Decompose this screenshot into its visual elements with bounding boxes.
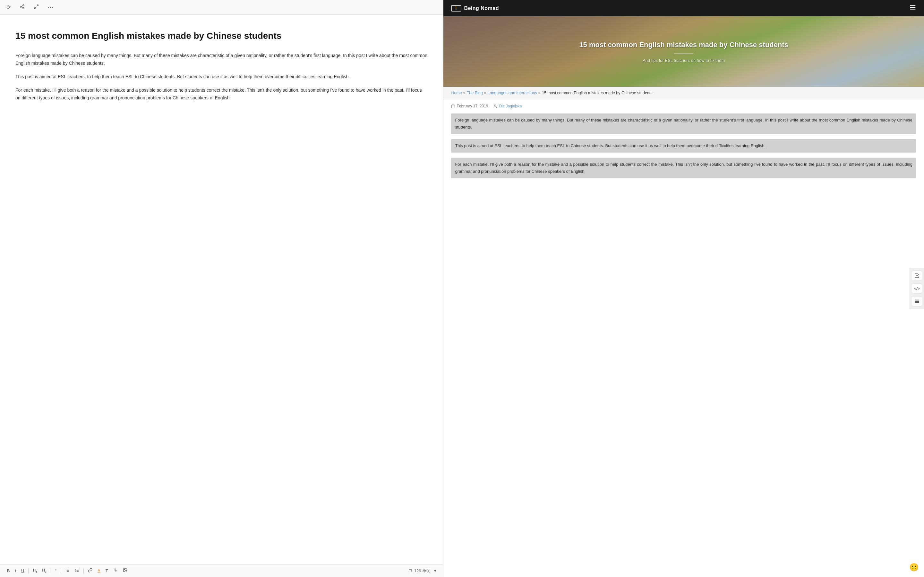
strikethrough-button[interactable]	[111, 567, 120, 574]
svg-point-0	[23, 5, 24, 6]
meta-date: February 17, 2019	[451, 104, 488, 108]
breadcrumb-bar: Home » The Blog » Languages and Interact…	[443, 87, 924, 99]
editor-top-toolbar: ⟳ ···	[0, 0, 443, 15]
site-header: 🚶 Being Nomad	[443, 0, 924, 16]
hamburger-menu[interactable]	[909, 4, 916, 13]
text-format-button[interactable]: T	[104, 567, 110, 574]
hero-title: 15 most common English mistakes made by …	[579, 40, 788, 50]
format-icons-group: B I U H1 H2 “ A T	[5, 567, 129, 574]
svg-point-1	[20, 6, 21, 7]
hero-divider	[674, 53, 693, 54]
breadcrumb-current: 15 most common English mistakes made by …	[542, 91, 653, 95]
editor-panel: ⟳ ··· 15 most common English mistakes ma…	[0, 0, 443, 577]
preview-panel: 🚶 Being Nomad 15 most common English mis…	[443, 0, 924, 577]
svg-point-2	[23, 7, 24, 9]
article-meta: February 17, 2019 Ola Jagielska	[443, 99, 924, 111]
format-toolbar: B I U H1 H2 “ A T	[0, 564, 443, 577]
svg-line-5	[37, 5, 38, 6]
word-count-value: 129 单词	[414, 568, 431, 574]
svg-line-3	[21, 7, 23, 8]
separator-3	[61, 568, 61, 574]
breadcrumb-category[interactable]: Languages and Interactions	[488, 91, 537, 95]
breadcrumb-nav: Home » The Blog » Languages and Interact…	[451, 91, 916, 95]
svg-line-4	[21, 5, 23, 6]
editor-paragraph-2: This post is aimed at ESL teachers, to h…	[15, 73, 428, 81]
breadcrumb-sep-1: »	[463, 91, 465, 95]
editor-content-area[interactable]: 15 most common English mistakes made by …	[0, 15, 443, 564]
preview-paragraph-2: This post is aimed at ESL teachers, to h…	[451, 139, 916, 153]
svg-point-17	[124, 569, 125, 570]
emoji-reaction-button[interactable]: 🙂	[909, 563, 919, 572]
preview-paragraph-1: Foreign language mistakes can be caused …	[451, 113, 916, 134]
underline-button[interactable]: U	[19, 567, 26, 574]
text-color-button[interactable]: A	[96, 567, 102, 574]
blockquote-button[interactable]: “	[53, 567, 58, 574]
preview-paragraph-3: For each mistake, I'll give both a reaso…	[451, 158, 916, 178]
h1-button[interactable]: H1	[31, 567, 39, 574]
svg-rect-28	[915, 302, 919, 303]
unordered-list-button[interactable]	[63, 567, 71, 574]
breadcrumb-blog[interactable]: The Blog	[467, 91, 483, 95]
separator-4	[83, 568, 84, 574]
article-title: 15 most common English mistakes made by …	[15, 30, 428, 42]
separator-1	[28, 568, 29, 574]
editor-paragraph-1: Foreign language mistakes can be caused …	[15, 52, 428, 67]
article-body: Foreign language mistakes can be caused …	[443, 111, 924, 193]
bold-button[interactable]: B	[5, 567, 11, 574]
svg-rect-21	[452, 105, 455, 108]
hero-subtitle: And tips for ESL teachers on how to fix …	[579, 58, 788, 63]
word-count-dropdown[interactable]: ▾	[433, 567, 438, 574]
right-sidebar: </>	[909, 268, 924, 309]
share-button[interactable]	[18, 3, 26, 12]
site-name: Being Nomad	[464, 5, 499, 11]
svg-rect-27	[915, 301, 919, 302]
hero-content: 15 most common English mistakes made by …	[572, 40, 796, 63]
site-logo: 🚶 Being Nomad	[451, 5, 499, 11]
italic-button[interactable]: I	[13, 567, 18, 574]
breadcrumb-sep-3: »	[538, 91, 541, 95]
breadcrumb-home[interactable]: Home	[451, 91, 462, 95]
date-value: February 17, 2019	[457, 104, 488, 108]
separator-2	[51, 568, 51, 574]
word-count-icon: ⏱	[408, 568, 412, 573]
more-button[interactable]: ···	[47, 3, 55, 12]
svg-line-6	[34, 7, 36, 9]
word-count-area: ⏱ 129 单词 ▾	[408, 567, 438, 574]
editor-paragraph-3: For each mistake, I'll give both a reaso…	[15, 87, 428, 102]
breadcrumb-sep-2: »	[484, 91, 486, 95]
author-link[interactable]: Ola Jagielska	[499, 104, 522, 108]
logo-icon: 🚶	[451, 5, 461, 11]
link-button[interactable]	[86, 567, 94, 574]
refresh-button[interactable]: ⟳	[5, 3, 12, 11]
expand-button[interactable]	[32, 3, 40, 12]
hero-section: 15 most common English mistakes made by …	[443, 16, 924, 87]
h2-button[interactable]: H2	[41, 567, 48, 574]
meta-author: Ola Jagielska	[493, 104, 522, 108]
insert-image-button[interactable]	[121, 567, 129, 574]
check-icon-button[interactable]	[912, 271, 922, 281]
code-icon-button[interactable]: </>	[912, 284, 922, 293]
svg-rect-26	[915, 300, 919, 301]
stack-icon-button[interactable]	[912, 296, 922, 306]
ordered-list-button[interactable]	[73, 567, 81, 574]
svg-point-25	[495, 105, 496, 106]
